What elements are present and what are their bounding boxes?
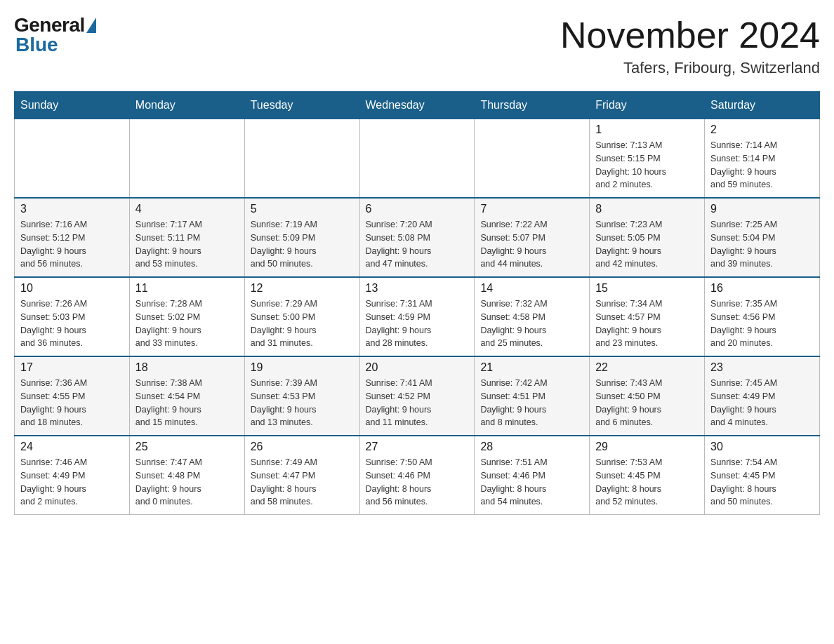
weekday-header-monday: Monday xyxy=(129,92,244,119)
day-number: 25 xyxy=(135,441,239,453)
day-info: Sunrise: 7:41 AMSunset: 4:52 PMDaylight:… xyxy=(366,377,469,429)
calendar-cell: 24Sunrise: 7:46 AMSunset: 4:49 PMDayligh… xyxy=(15,436,130,515)
weekday-header-thursday: Thursday xyxy=(475,92,590,119)
calendar-week-row: 3Sunrise: 7:16 AMSunset: 5:12 PMDaylight… xyxy=(15,198,820,277)
weekday-header-sunday: Sunday xyxy=(15,92,130,119)
calendar-cell: 11Sunrise: 7:28 AMSunset: 5:02 PMDayligh… xyxy=(129,277,244,356)
logo-blue-text: Blue xyxy=(15,34,58,56)
calendar-cell xyxy=(15,119,130,199)
day-number: 12 xyxy=(251,282,354,295)
calendar-cell: 4Sunrise: 7:17 AMSunset: 5:11 PMDaylight… xyxy=(129,198,244,277)
day-info: Sunrise: 7:54 AMSunset: 4:45 PMDaylight:… xyxy=(710,456,814,509)
page-header: General Blue November 2024 Tafers, Fribo… xyxy=(14,14,820,77)
calendar-cell: 1Sunrise: 7:13 AMSunset: 5:15 PMDaylight… xyxy=(590,119,705,199)
calendar-cell: 10Sunrise: 7:26 AMSunset: 5:03 PMDayligh… xyxy=(15,277,130,356)
calendar-header-row: SundayMondayTuesdayWednesdayThursdayFrid… xyxy=(15,92,820,119)
calendar-cell: 27Sunrise: 7:50 AMSunset: 4:46 PMDayligh… xyxy=(359,436,475,515)
day-info: Sunrise: 7:46 AMSunset: 4:49 PMDaylight:… xyxy=(20,456,124,509)
day-number: 24 xyxy=(20,441,124,453)
day-number: 10 xyxy=(20,282,124,295)
day-info: Sunrise: 7:49 AMSunset: 4:47 PMDaylight:… xyxy=(251,456,354,509)
day-info: Sunrise: 7:20 AMSunset: 5:08 PMDaylight:… xyxy=(366,218,469,271)
calendar-cell: 8Sunrise: 7:23 AMSunset: 5:05 PMDaylight… xyxy=(590,198,705,277)
day-number: 1 xyxy=(595,123,699,136)
day-number: 27 xyxy=(366,441,469,453)
calendar-cell: 7Sunrise: 7:22 AMSunset: 5:07 PMDaylight… xyxy=(475,198,590,277)
day-info: Sunrise: 7:23 AMSunset: 5:05 PMDaylight:… xyxy=(595,218,699,271)
location-text: Tafers, Fribourg, Switzerland xyxy=(560,59,820,77)
day-number: 19 xyxy=(251,361,354,374)
calendar-cell: 30Sunrise: 7:54 AMSunset: 4:45 PMDayligh… xyxy=(705,436,820,515)
day-number: 23 xyxy=(710,361,814,374)
calendar-cell: 3Sunrise: 7:16 AMSunset: 5:12 PMDaylight… xyxy=(15,198,130,277)
day-info: Sunrise: 7:22 AMSunset: 5:07 PMDaylight:… xyxy=(480,218,583,271)
calendar-cell xyxy=(244,119,359,199)
calendar-cell: 28Sunrise: 7:51 AMSunset: 4:46 PMDayligh… xyxy=(475,436,590,515)
calendar-cell: 15Sunrise: 7:34 AMSunset: 4:57 PMDayligh… xyxy=(590,277,705,356)
calendar-cell: 12Sunrise: 7:29 AMSunset: 5:00 PMDayligh… xyxy=(244,277,359,356)
day-number: 22 xyxy=(595,361,699,374)
logo-triangle-icon xyxy=(86,18,96,33)
calendar-cell xyxy=(359,119,475,199)
day-info: Sunrise: 7:32 AMSunset: 4:58 PMDaylight:… xyxy=(480,297,583,350)
calendar-cell: 23Sunrise: 7:45 AMSunset: 4:49 PMDayligh… xyxy=(705,356,820,436)
day-info: Sunrise: 7:45 AMSunset: 4:49 PMDaylight:… xyxy=(710,377,814,429)
day-number: 17 xyxy=(20,361,124,374)
calendar-cell: 16Sunrise: 7:35 AMSunset: 4:56 PMDayligh… xyxy=(705,277,820,356)
day-info: Sunrise: 7:47 AMSunset: 4:48 PMDaylight:… xyxy=(135,456,239,509)
day-number: 7 xyxy=(480,203,583,215)
day-number: 20 xyxy=(366,361,469,374)
calendar-week-row: 1Sunrise: 7:13 AMSunset: 5:15 PMDaylight… xyxy=(15,119,820,199)
calendar-cell: 25Sunrise: 7:47 AMSunset: 4:48 PMDayligh… xyxy=(129,436,244,515)
calendar-cell: 17Sunrise: 7:36 AMSunset: 4:55 PMDayligh… xyxy=(15,356,130,436)
day-number: 26 xyxy=(251,441,354,453)
day-info: Sunrise: 7:28 AMSunset: 5:02 PMDaylight:… xyxy=(135,297,239,350)
calendar-cell: 2Sunrise: 7:14 AMSunset: 5:14 PMDaylight… xyxy=(705,119,820,199)
day-number: 18 xyxy=(135,361,239,374)
day-number: 21 xyxy=(480,361,583,374)
calendar-week-row: 17Sunrise: 7:36 AMSunset: 4:55 PMDayligh… xyxy=(15,356,820,436)
day-number: 14 xyxy=(480,282,583,295)
day-info: Sunrise: 7:36 AMSunset: 4:55 PMDaylight:… xyxy=(20,377,124,429)
day-number: 9 xyxy=(710,203,814,215)
month-title: November 2024 xyxy=(560,14,820,56)
day-info: Sunrise: 7:35 AMSunset: 4:56 PMDaylight:… xyxy=(710,297,814,350)
calendar-cell: 21Sunrise: 7:42 AMSunset: 4:51 PMDayligh… xyxy=(475,356,590,436)
day-number: 28 xyxy=(480,441,583,453)
day-info: Sunrise: 7:51 AMSunset: 4:46 PMDaylight:… xyxy=(480,456,583,509)
calendar-cell: 20Sunrise: 7:41 AMSunset: 4:52 PMDayligh… xyxy=(359,356,475,436)
day-number: 6 xyxy=(366,203,469,215)
calendar-week-row: 10Sunrise: 7:26 AMSunset: 5:03 PMDayligh… xyxy=(15,277,820,356)
day-info: Sunrise: 7:14 AMSunset: 5:14 PMDaylight:… xyxy=(710,139,814,192)
day-info: Sunrise: 7:13 AMSunset: 5:15 PMDaylight:… xyxy=(595,139,699,192)
day-number: 29 xyxy=(595,441,699,453)
calendar-week-row: 24Sunrise: 7:46 AMSunset: 4:49 PMDayligh… xyxy=(15,436,820,515)
calendar-cell: 6Sunrise: 7:20 AMSunset: 5:08 PMDaylight… xyxy=(359,198,475,277)
day-number: 16 xyxy=(710,282,814,295)
day-info: Sunrise: 7:42 AMSunset: 4:51 PMDaylight:… xyxy=(480,377,583,429)
calendar-cell: 26Sunrise: 7:49 AMSunset: 4:47 PMDayligh… xyxy=(244,436,359,515)
day-number: 2 xyxy=(710,123,814,136)
day-info: Sunrise: 7:31 AMSunset: 4:59 PMDaylight:… xyxy=(366,297,469,350)
day-info: Sunrise: 7:39 AMSunset: 4:53 PMDaylight:… xyxy=(251,377,354,429)
weekday-header-saturday: Saturday xyxy=(705,92,820,119)
calendar-cell: 22Sunrise: 7:43 AMSunset: 4:50 PMDayligh… xyxy=(590,356,705,436)
day-info: Sunrise: 7:29 AMSunset: 5:00 PMDaylight:… xyxy=(251,297,354,350)
day-number: 13 xyxy=(366,282,469,295)
calendar-cell xyxy=(475,119,590,199)
calendar-cell: 29Sunrise: 7:53 AMSunset: 4:45 PMDayligh… xyxy=(590,436,705,515)
title-section: November 2024 Tafers, Fribourg, Switzerl… xyxy=(560,14,820,77)
calendar-cell: 19Sunrise: 7:39 AMSunset: 4:53 PMDayligh… xyxy=(244,356,359,436)
calendar-cell: 5Sunrise: 7:19 AMSunset: 5:09 PMDaylight… xyxy=(244,198,359,277)
day-info: Sunrise: 7:17 AMSunset: 5:11 PMDaylight:… xyxy=(135,218,239,271)
day-number: 4 xyxy=(135,203,239,215)
calendar-cell: 9Sunrise: 7:25 AMSunset: 5:04 PMDaylight… xyxy=(705,198,820,277)
weekday-header-friday: Friday xyxy=(590,92,705,119)
weekday-header-wednesday: Wednesday xyxy=(359,92,475,119)
day-number: 5 xyxy=(251,203,354,215)
day-info: Sunrise: 7:16 AMSunset: 5:12 PMDaylight:… xyxy=(20,218,124,271)
day-info: Sunrise: 7:38 AMSunset: 4:54 PMDaylight:… xyxy=(135,377,239,429)
day-info: Sunrise: 7:53 AMSunset: 4:45 PMDaylight:… xyxy=(595,456,699,509)
day-number: 3 xyxy=(20,203,124,215)
day-number: 15 xyxy=(595,282,699,295)
